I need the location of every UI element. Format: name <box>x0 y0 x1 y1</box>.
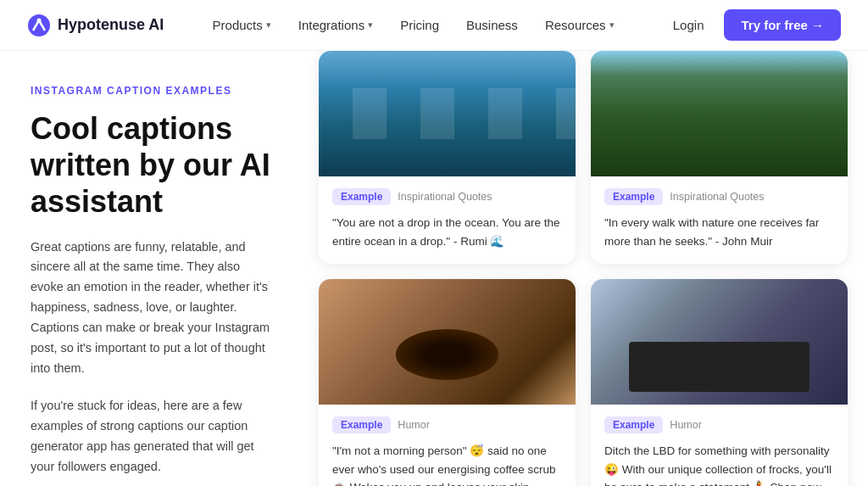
nav-integrations[interactable]: Integrations ▾ <box>287 13 385 37</box>
main-heading: Cool captions written by our AI assistan… <box>31 110 275 221</box>
card-3-tags: Example Humor <box>332 416 562 433</box>
nav-business[interactable]: Business <box>454 13 530 37</box>
logo-icon <box>27 14 51 37</box>
main-content: INSTAGRAM CAPTION EXAMPLES Cool captions… <box>0 51 868 486</box>
card-2-example-tag: Example <box>604 188 663 205</box>
svg-point-0 <box>28 14 50 36</box>
card-4-body: Example Humor Ditch the LBD for somethin… <box>591 405 848 486</box>
card-1: Example Inspirational Quotes "You are no… <box>319 51 576 264</box>
svg-point-1 <box>37 18 42 22</box>
card-4-text: Ditch the LBD for something with persona… <box>604 442 834 486</box>
card-4-category: Humor <box>670 419 702 431</box>
description-paragraph-2: If you're stuck for ideas, here are a fe… <box>31 396 275 478</box>
nav-pricing[interactable]: Pricing <box>388 13 451 37</box>
card-1-tags: Example Inspirational Quotes <box>332 188 562 205</box>
card-1-example-tag: Example <box>332 188 391 205</box>
navbar: Hypotenuse AI Products ▾ Integrations ▾ … <box>0 0 868 51</box>
nav-links: Products ▾ Integrations ▾ Pricing Busine… <box>201 13 626 37</box>
try-for-free-button[interactable]: Try for free → <box>724 9 841 41</box>
integrations-chevron-icon: ▾ <box>368 20 373 31</box>
nav-right: Login Try for free → <box>663 9 841 41</box>
card-1-body: Example Inspirational Quotes "You are no… <box>319 176 576 264</box>
cards-grid: Example Inspirational Quotes "You are no… <box>305 51 868 486</box>
card-2-text: "In every walk with nature one receives … <box>604 214 834 250</box>
card-2-category: Inspirational Quotes <box>670 191 764 203</box>
card-1-image <box>319 51 576 176</box>
products-chevron-icon: ▾ <box>266 20 271 31</box>
card-3-example-tag: Example <box>332 416 391 433</box>
left-column: INSTAGRAM CAPTION EXAMPLES Cool captions… <box>0 51 305 486</box>
card-3-category: Humor <box>398 419 430 431</box>
card-2-tags: Example Inspirational Quotes <box>604 188 834 205</box>
resources-chevron-icon: ▾ <box>609 20 615 31</box>
card-3: Example Humor "I'm not a morning person"… <box>319 279 576 486</box>
card-2-body: Example Inspirational Quotes "In every w… <box>591 176 848 264</box>
card-4-image <box>591 279 848 405</box>
nav-products[interactable]: Products ▾ <box>201 13 283 37</box>
card-3-text: "I'm not a morning person" 😴 said no one… <box>332 442 562 486</box>
description-paragraph-1: Great captions are funny, relatable, and… <box>31 237 275 379</box>
logo[interactable]: Hypotenuse AI <box>27 14 164 37</box>
nav-resources[interactable]: Resources ▾ <box>533 13 626 37</box>
card-3-image <box>319 279 576 405</box>
card-2-image <box>591 51 848 176</box>
card-1-text: "You are not a drop in the ocean. You ar… <box>332 214 562 250</box>
card-4: Example Humor Ditch the LBD for somethin… <box>591 279 848 486</box>
logo-text: Hypotenuse AI <box>58 16 164 34</box>
card-3-body: Example Humor "I'm not a morning person"… <box>319 405 576 486</box>
card-4-example-tag: Example <box>604 416 663 433</box>
card-4-tags: Example Humor <box>604 416 834 433</box>
card-2: Example Inspirational Quotes "In every w… <box>591 51 848 264</box>
login-button[interactable]: Login <box>663 13 715 37</box>
section-label: INSTAGRAM CAPTION EXAMPLES <box>31 85 275 97</box>
card-1-category: Inspirational Quotes <box>398 191 492 203</box>
